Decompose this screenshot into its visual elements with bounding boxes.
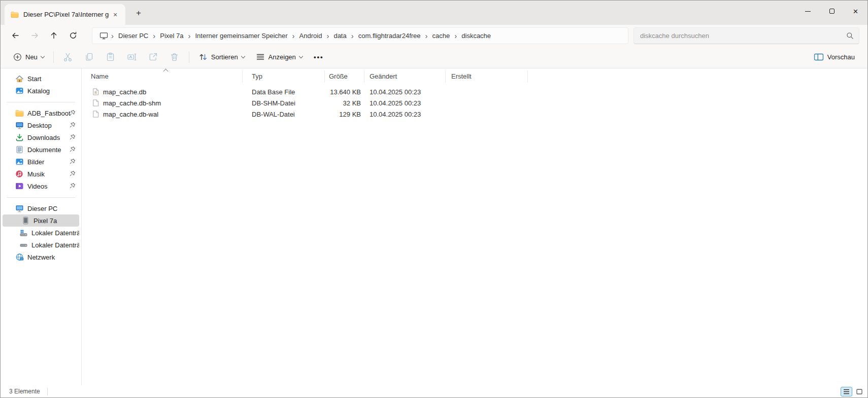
sidebar-item-musik[interactable]: Musik	[3, 168, 79, 180]
navigation-pane: Start Katalog ADB_Fastboot	[1, 68, 82, 385]
sidebar-item-videos[interactable]: Videos	[3, 180, 79, 192]
chevron-right-icon[interactable]: ›	[291, 29, 296, 43]
column-header-erstellt[interactable]: Erstellt	[446, 70, 528, 83]
new-button[interactable]: Neu	[8, 49, 50, 65]
table-row-map-cache-db[interactable]: map_cache.db Data Base File 13.640 KB 10…	[85, 86, 867, 97]
view-list-icon	[256, 53, 265, 61]
delete-button[interactable]	[164, 49, 185, 65]
chevron-right-icon[interactable]: ›	[110, 29, 115, 43]
sort-button[interactable]: Sortieren	[193, 49, 250, 65]
rename-icon	[127, 52, 137, 62]
sidebar-item-label: ADB_Fastboot	[27, 110, 71, 117]
back-button[interactable]	[6, 27, 25, 44]
sidebar-item-adb-fastboot[interactable]: ADB_Fastboot	[3, 107, 79, 119]
refresh-button[interactable]	[63, 27, 83, 44]
explorer-tab[interactable]: Dieser PC\Pixel 7a\Interner ge ×	[5, 4, 125, 25]
breadcrumb[interactable]: › Dieser PC › Pixel 7a › Interner gemein…	[92, 27, 628, 44]
breadcrumb-item-cache[interactable]: cache	[429, 29, 454, 43]
chevron-right-icon[interactable]: ›	[152, 29, 156, 43]
breadcrumb-item-pixel-7a[interactable]: Pixel 7a	[156, 29, 187, 43]
breadcrumb-item-android[interactable]: Android	[296, 29, 326, 43]
maximize-icon	[829, 9, 834, 14]
gallery-icon	[15, 87, 24, 95]
view-button[interactable]: Anzeigen	[250, 49, 308, 65]
sidebar-divider	[7, 197, 75, 198]
sidebar-item-downloads[interactable]: Downloads	[3, 131, 79, 143]
preview-pane-icon	[814, 53, 824, 61]
sidebar-item-label: Pixel 7a	[34, 217, 57, 225]
chevron-right-icon[interactable]: ›	[325, 29, 330, 43]
computer-icon	[15, 204, 24, 212]
sidebar-item-pixel-7a[interactable]: Pixel 7a	[3, 214, 79, 227]
sidebar-item-netzwerk[interactable]: Netzwerk	[3, 251, 79, 263]
table-row-map-cache-db-wal[interactable]: map_cache.db-wal DB-WAL-Datei 129 KB 10.…	[85, 108, 867, 120]
copy-button[interactable]	[79, 49, 100, 65]
breadcrumb-item-speicher[interactable]: Interner gemeinsamer Speicher	[192, 29, 291, 43]
new-tab-button[interactable]: +	[131, 7, 146, 20]
sidebar-item-label: Desktop	[27, 122, 52, 129]
phone-icon	[21, 216, 30, 225]
icons-view-button[interactable]	[853, 387, 865, 396]
column-header-geaendert[interactable]: Geändert	[364, 70, 446, 83]
sidebar-item-label: Dokumente	[27, 146, 61, 154]
status-divider	[47, 388, 48, 395]
breadcrumb-item-data[interactable]: data	[330, 29, 350, 43]
file-icon	[92, 99, 99, 107]
preview-button-label: Vorschau	[827, 53, 855, 61]
folder-icon	[11, 11, 19, 18]
paste-button[interactable]	[100, 49, 121, 65]
minimize-button[interactable]	[796, 1, 820, 22]
sidebar-item-label: Netzwerk	[27, 254, 55, 261]
close-icon: ×	[853, 7, 858, 16]
desktop-icon	[15, 121, 24, 129]
file-type: DB-SHM-Datei	[243, 99, 325, 107]
sidebar-item-bilder[interactable]: Bilder	[3, 156, 79, 168]
sidebar-item-label: Downloads	[27, 134, 60, 141]
videos-icon	[15, 182, 24, 190]
sidebar-item-dokumente[interactable]: Dokumente	[3, 143, 79, 156]
chevron-down-icon	[241, 54, 245, 58]
sort-button-label: Sortieren	[211, 53, 238, 61]
file-icon	[92, 110, 99, 118]
sidebar-item-dieser-pc[interactable]: Dieser PC	[3, 202, 79, 214]
file-rows: map_cache.db Data Base File 13.640 KB 10…	[82, 86, 867, 120]
cut-button[interactable]	[57, 49, 79, 65]
sidebar-item-lokaler-datentraeger-c[interactable]: Lokaler Datenträger	[3, 227, 79, 239]
search-input[interactable]	[640, 32, 846, 40]
search-box[interactable]	[633, 27, 859, 44]
network-icon	[15, 253, 24, 261]
chevron-right-icon[interactable]: ›	[424, 29, 429, 43]
toolbar-divider	[53, 52, 54, 63]
chevron-right-icon[interactable]: ›	[187, 29, 192, 43]
forward-button[interactable]	[25, 27, 44, 44]
breadcrumb-item-flightradar[interactable]: com.flightradar24free	[355, 29, 424, 43]
tab-title: Dieser PC\Pixel 7a\Interner ge	[23, 11, 109, 18]
main-area: Start Katalog ADB_Fastboot	[1, 68, 867, 385]
sidebar-item-label: Katalog	[27, 87, 50, 95]
rename-button[interactable]	[121, 49, 143, 65]
column-header-groesse[interactable]: Größe	[325, 70, 364, 83]
column-header-typ[interactable]: Typ	[243, 70, 325, 83]
preview-button[interactable]: Vorschau	[808, 49, 860, 65]
sidebar-item-label: Start	[27, 75, 41, 83]
details-view-button[interactable]	[841, 387, 852, 396]
sidebar-item-katalog[interactable]: Katalog	[3, 85, 79, 97]
close-button[interactable]: ×	[844, 1, 867, 22]
sidebar-item-desktop[interactable]: Desktop	[3, 119, 79, 131]
table-row-map-cache-db-shm[interactable]: map_cache.db-shm DB-SHM-Datei 32 KB 10.0…	[85, 97, 867, 108]
tab-close-button[interactable]: ×	[109, 9, 121, 21]
sidebar-item-lokaler-datentraeger-d[interactable]: Lokaler Datenträger	[3, 239, 79, 251]
more-button[interactable]: •••	[308, 49, 329, 65]
chevron-right-icon[interactable]: ›	[453, 29, 458, 43]
breadcrumb-item-diskcache[interactable]: diskcache	[458, 29, 494, 43]
up-button[interactable]	[44, 27, 63, 44]
explorer-window: Dieser PC\Pixel 7a\Interner ge × + ×	[0, 0, 868, 398]
pin-icon	[69, 146, 76, 153]
sidebar-item-start[interactable]: Start	[3, 73, 79, 85]
maximize-button[interactable]	[820, 1, 844, 22]
share-button[interactable]	[143, 49, 164, 65]
home-icon	[15, 75, 24, 83]
paste-icon	[106, 52, 115, 62]
chevron-right-icon[interactable]: ›	[350, 29, 355, 43]
breadcrumb-item-dieser-pc[interactable]: Dieser PC	[115, 29, 152, 43]
